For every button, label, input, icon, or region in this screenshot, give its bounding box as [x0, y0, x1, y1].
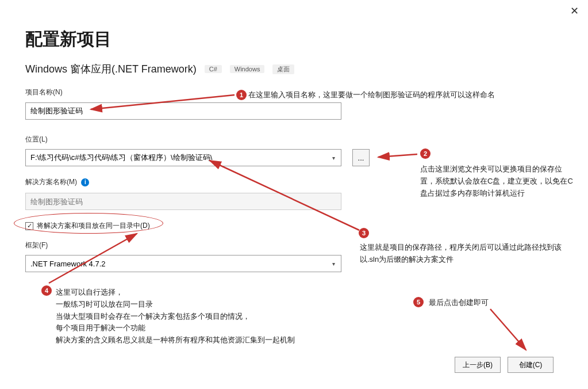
page-title: 配置新项目 [25, 28, 112, 51]
info-icon[interactable]: i [81, 178, 89, 186]
annotation-text-4: 这里可以自行选择， 一般练习时可以放在同一目录 当做大型项目时会存在一个解决方案… [56, 287, 366, 346]
annotation-text-3: 这里就是项目的保存路径，程序关闭后可以通过此路径找到该以.sln为后缀的解决方案… [360, 242, 578, 266]
annotation-text-1: 在这里输入项目名称，这里要做一个绘制图形验证码的程序就可以这样命名 [248, 89, 495, 101]
create-button[interactable]: 创建(C) [508, 357, 554, 373]
annotation-text-5: 最后点击创建即可 [429, 297, 489, 309]
project-name-input[interactable] [25, 102, 341, 120]
solution-name-input [25, 193, 341, 210]
framework-label: 框架(F) [25, 241, 48, 250]
annotation-badge-1: 1 [236, 90, 247, 100]
tag-windows: Windows [230, 65, 265, 73]
annotation-badge-3: 3 [359, 228, 369, 238]
same-directory-checkbox[interactable]: ✓ 将解决方案和项目放在同一目录中(D) [25, 221, 150, 231]
browse-button[interactable]: ... [352, 149, 370, 166]
annotation-text-2: 点击这里浏览文件夹可以更换项目的保存位置，系统默认会放在C盘，建立更改，以免在C… [420, 163, 575, 199]
svg-line-1 [378, 154, 417, 157]
location-label: 位置(L) [25, 135, 48, 144]
svg-line-4 [490, 309, 526, 350]
project-name-label: 项目名称(N) [25, 87, 63, 97]
project-type-subtitle: Windows 窗体应用(.NET Framework) [25, 62, 197, 76]
solution-name-label: 解决方案名称(M) i [25, 177, 89, 187]
annotation-badge-4: 4 [41, 285, 52, 296]
back-button[interactable]: 上一步(B) [455, 357, 501, 373]
annotation-badge-5: 5 [413, 297, 424, 307]
location-input[interactable] [25, 149, 341, 166]
tag-csharp: C# [205, 65, 222, 73]
checkbox-icon: ✓ [25, 222, 33, 230]
framework-select[interactable] [25, 255, 341, 272]
close-icon[interactable]: ✕ [570, 5, 579, 17]
annotation-badge-2: 2 [420, 148, 431, 159]
tag-desktop: 桌面 [272, 64, 294, 74]
checkbox-label: 将解决方案和项目放在同一目录中(D) [37, 221, 150, 231]
